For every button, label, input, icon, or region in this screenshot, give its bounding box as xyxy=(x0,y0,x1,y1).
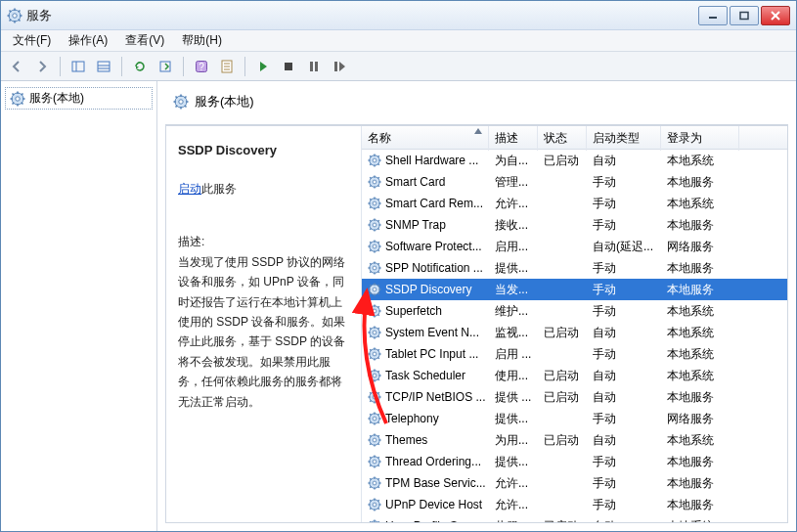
detail-service-name: SSDP Discovery xyxy=(178,140,349,161)
gear-icon xyxy=(368,154,381,167)
menu-action[interactable]: 操作(A) xyxy=(61,30,115,51)
row-name: Tablet PC Input ... xyxy=(385,347,478,361)
menu-view[interactable]: 查看(V) xyxy=(117,30,172,51)
service-row[interactable]: System Event N...监视...已启动自动本地系统 xyxy=(362,322,787,343)
row-name: Themes xyxy=(385,433,427,447)
service-row[interactable]: TCP/IP NetBIOS ...提供 ...已启动自动本地服务 xyxy=(362,386,787,408)
help-button[interactable]: ? xyxy=(190,55,213,78)
gear-icon xyxy=(368,390,381,404)
service-row[interactable]: SSDP Discovery当发...手动本地服务 xyxy=(362,279,787,300)
svg-text:?: ? xyxy=(199,62,204,72)
service-row[interactable]: UPnP Device Host允许...手动本地服务 xyxy=(362,494,787,515)
row-startup: 自动 xyxy=(587,432,661,449)
service-row[interactable]: Tablet PC Input ...启用 ...手动本地系统 xyxy=(362,343,787,365)
service-row[interactable]: TPM Base Servic...允许...手动本地服务 xyxy=(362,472,787,494)
svg-rect-28 xyxy=(315,62,318,71)
back-button[interactable] xyxy=(5,55,28,78)
row-logon: 本地服务 xyxy=(661,475,739,492)
row-desc: 提供... xyxy=(489,411,538,427)
show-hide-tree-button[interactable] xyxy=(66,55,90,78)
service-row[interactable]: Task Scheduler使用...已启动自动本地系统 xyxy=(362,365,787,386)
row-logon: 本地服务 xyxy=(661,497,739,513)
service-row[interactable]: SPP Notification ...提供...手动本地服务 xyxy=(362,257,787,279)
row-logon: 本地系统 xyxy=(661,346,739,363)
service-row[interactable]: Shell Hardware ...为自...已启动自动本地系统 xyxy=(362,150,787,171)
row-startup: 手动 xyxy=(587,282,661,298)
row-logon: 本地系统 xyxy=(661,196,739,212)
service-row[interactable]: User Profile Serv...此服...已启动自动本地系统 xyxy=(362,515,787,522)
row-name: Shell Hardware ... xyxy=(385,154,478,167)
row-desc: 维护... xyxy=(489,303,538,320)
row-name: Superfetch xyxy=(385,304,442,318)
row-startup: 自动 xyxy=(587,368,661,384)
row-name: TPM Base Servic... xyxy=(385,476,486,490)
column-headers: 名称 描述 状态 启动类型 登录为 xyxy=(362,126,787,150)
row-name: Thread Ordering... xyxy=(385,455,481,468)
start-service-button[interactable] xyxy=(251,55,275,78)
minimize-button[interactable] xyxy=(698,6,728,25)
row-desc: 使用... xyxy=(489,368,538,384)
row-name: Telephony xyxy=(385,412,439,425)
service-row[interactable]: SNMP Trap接收...手动本地服务 xyxy=(362,214,787,236)
description-label: 描述: xyxy=(178,232,349,251)
service-row[interactable]: Smart Card管理...手动本地服务 xyxy=(362,171,787,193)
row-startup: 手动 xyxy=(587,260,661,277)
toolbar: ? xyxy=(1,52,796,81)
row-logon: 本地系统 xyxy=(661,153,739,169)
gear-icon xyxy=(368,197,381,210)
row-logon: 本地服务 xyxy=(661,389,739,406)
maximize-button[interactable] xyxy=(730,6,759,25)
row-logon: 本地系统 xyxy=(661,303,739,320)
col-startup[interactable]: 启动类型 xyxy=(587,126,661,151)
rows-container: Shell Hardware ...为自...已启动自动本地系统Smart Ca… xyxy=(362,150,787,522)
detail-panel: SSDP Discovery 启动此服务 描述: 当发现了使用 SSDP 协议的… xyxy=(166,126,362,522)
service-row[interactable]: Software Protect...启用...自动(延迟...网络服务 xyxy=(362,236,787,257)
gear-icon xyxy=(368,433,381,447)
col-desc[interactable]: 描述 xyxy=(489,126,538,151)
gear-icon xyxy=(368,175,381,189)
row-desc: 允许... xyxy=(489,475,538,492)
row-startup: 自动 xyxy=(587,153,661,169)
restart-service-button[interactable] xyxy=(328,55,351,78)
row-logon: 本地服务 xyxy=(661,454,739,470)
service-row[interactable]: Smart Card Rem...允许...手动本地系统 xyxy=(362,193,787,214)
row-desc: 启用 ... xyxy=(489,346,538,363)
gear-icon xyxy=(368,304,381,318)
properties-button[interactable] xyxy=(215,55,239,78)
service-row[interactable]: Telephony提供...手动网络服务 xyxy=(362,408,787,429)
start-service-link[interactable]: 启动 xyxy=(178,182,201,196)
sort-asc-icon xyxy=(474,136,482,142)
row-logon: 网络服务 xyxy=(661,239,739,255)
menu-help[interactable]: 帮助(H) xyxy=(174,30,230,51)
stop-service-button[interactable] xyxy=(277,55,300,78)
svg-rect-11 xyxy=(740,12,748,19)
col-status[interactable]: 状态 xyxy=(538,126,587,151)
row-desc: 允许... xyxy=(489,196,538,212)
col-name[interactable]: 名称 xyxy=(362,126,489,151)
col-logon[interactable]: 登录为 xyxy=(661,126,739,151)
gear-icon xyxy=(368,369,381,382)
close-button[interactable] xyxy=(761,6,790,25)
row-startup: 手动 xyxy=(587,346,661,363)
row-logon: 本地服务 xyxy=(661,174,739,191)
list-style-button[interactable] xyxy=(92,55,115,78)
pause-service-button[interactable] xyxy=(302,55,326,78)
row-logon: 本地服务 xyxy=(661,282,739,298)
tree-root-services-local[interactable]: 服务(本地) xyxy=(5,87,153,110)
service-row[interactable]: Superfetch维护...手动本地系统 xyxy=(362,300,787,322)
row-name: System Event N... xyxy=(385,326,479,339)
service-row[interactable]: Thread Ordering...提供...手动本地服务 xyxy=(362,451,787,472)
refresh-button[interactable] xyxy=(128,55,152,78)
row-logon: 本地系统 xyxy=(661,368,739,384)
menu-file[interactable]: 文件(F) xyxy=(5,30,59,51)
export-button[interactable] xyxy=(154,55,177,78)
row-logon: 本地服务 xyxy=(661,217,739,234)
row-name: User Profile Serv... xyxy=(385,519,483,522)
row-name: SPP Notification ... xyxy=(385,261,483,275)
row-desc: 管理... xyxy=(489,174,538,191)
row-name: Task Scheduler xyxy=(385,369,465,382)
service-row[interactable]: Themes为用...已启动自动本地系统 xyxy=(362,429,787,451)
forward-button[interactable] xyxy=(30,55,54,78)
gear-icon xyxy=(368,240,381,253)
row-desc: 提供... xyxy=(489,260,538,277)
